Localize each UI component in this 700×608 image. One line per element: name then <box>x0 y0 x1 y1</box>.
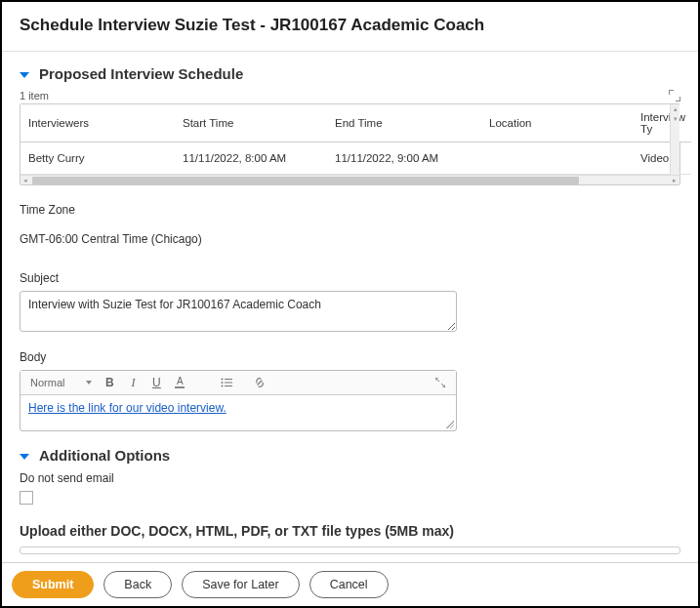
color-caret[interactable] <box>193 373 213 392</box>
scroll-thumb[interactable] <box>32 177 579 184</box>
section-proposed-header[interactable]: Proposed Interview Schedule <box>20 65 680 82</box>
upload-dropzone[interactable] <box>20 547 680 554</box>
svg-rect-5 <box>225 385 232 386</box>
table-row[interactable]: Betty Curry 11/11/2022, 8:00 AM 11/11/20… <box>21 142 691 175</box>
interview-link[interactable]: Here is the link for our video interview… <box>28 401 226 415</box>
caret-down-icon <box>86 381 92 385</box>
cell-interviewers: Betty Curry <box>21 142 175 175</box>
subject-label: Subject <box>20 271 680 285</box>
timezone-value: GMT-06:00 Central Time (Chicago) <box>20 232 680 246</box>
item-count: 1 item <box>20 90 49 101</box>
schedule-table: Interviewers Start Time End Time Locatio… <box>21 104 691 175</box>
save-for-later-button[interactable]: Save for Later <box>182 571 300 598</box>
underline-button[interactable]: U <box>146 373 166 392</box>
timezone-label: Time Zone <box>20 203 680 217</box>
svg-rect-3 <box>225 383 232 384</box>
body-editor: Normal B I U A <box>20 370 457 431</box>
text-color-button[interactable]: A <box>170 373 189 392</box>
col-interview-type[interactable]: Interview Ty <box>633 104 691 142</box>
subject-input[interactable] <box>20 291 457 332</box>
cell-type: Video <box>633 142 691 175</box>
do-not-send-label: Do not send email <box>20 471 680 485</box>
format-label: Normal <box>30 377 64 388</box>
horizontal-scrollbar[interactable]: ◂ ▸ <box>21 175 679 184</box>
section-additional-header[interactable]: Additional Options <box>20 447 680 464</box>
col-start-time[interactable]: Start Time <box>175 104 327 142</box>
body-label: Body <box>20 350 680 364</box>
section-title-proposed: Proposed Interview Schedule <box>39 65 243 82</box>
footer-bar: Submit Back Save for Later Cancel <box>2 562 698 606</box>
table-header-row: Interviewers Start Time End Time Locatio… <box>21 104 691 142</box>
upload-label: Upload either DOC, DOCX, HTML, PDF, or T… <box>20 523 680 539</box>
svg-point-0 <box>222 379 224 381</box>
schedule-table-wrapper: Interviewers Start Time End Time Locatio… <box>20 103 680 185</box>
col-location[interactable]: Location <box>481 104 633 142</box>
svg-point-4 <box>222 385 224 387</box>
cancel-button[interactable]: Cancel <box>309 571 389 598</box>
link-button[interactable] <box>250 373 269 392</box>
do-not-send-checkbox[interactable] <box>20 491 33 505</box>
col-end-time[interactable]: End Time <box>327 104 481 142</box>
format-select[interactable]: Normal <box>26 375 96 390</box>
expand-table-icon[interactable] <box>669 90 680 101</box>
svg-point-2 <box>222 382 224 384</box>
editor-toolbar: Normal B I U A <box>21 371 456 395</box>
cell-end: 11/11/2022, 9:00 AM <box>327 142 481 175</box>
section-title-additional: Additional Options <box>39 447 170 464</box>
scroll-up-icon[interactable]: ▴ <box>671 104 679 114</box>
bold-button[interactable]: B <box>100 373 119 392</box>
cell-start: 11/11/2022, 8:00 AM <box>175 142 327 175</box>
italic-button[interactable]: I <box>123 373 143 392</box>
scroll-left-icon[interactable]: ◂ <box>21 177 30 184</box>
resize-handle-icon[interactable] <box>446 421 454 428</box>
vertical-scrollbar[interactable]: ▴ ▾ <box>670 104 679 175</box>
chevron-down-icon <box>20 454 29 460</box>
divider <box>2 51 698 52</box>
cell-location <box>481 142 633 175</box>
col-interviewers[interactable]: Interviewers <box>21 104 175 142</box>
editor-content[interactable]: Here is the link for our video interview… <box>21 395 456 430</box>
svg-rect-1 <box>225 379 232 380</box>
page-title: Schedule Interview Suzie Test - JR100167… <box>20 16 680 45</box>
chevron-down-icon <box>20 72 29 78</box>
fullscreen-button[interactable] <box>431 373 450 392</box>
submit-button[interactable]: Submit <box>12 571 94 598</box>
back-button[interactable]: Back <box>103 571 172 598</box>
bullet-list-button[interactable] <box>217 373 236 392</box>
scroll-right-icon[interactable]: ▸ <box>670 177 679 184</box>
scroll-down-icon[interactable]: ▾ <box>671 114 679 124</box>
